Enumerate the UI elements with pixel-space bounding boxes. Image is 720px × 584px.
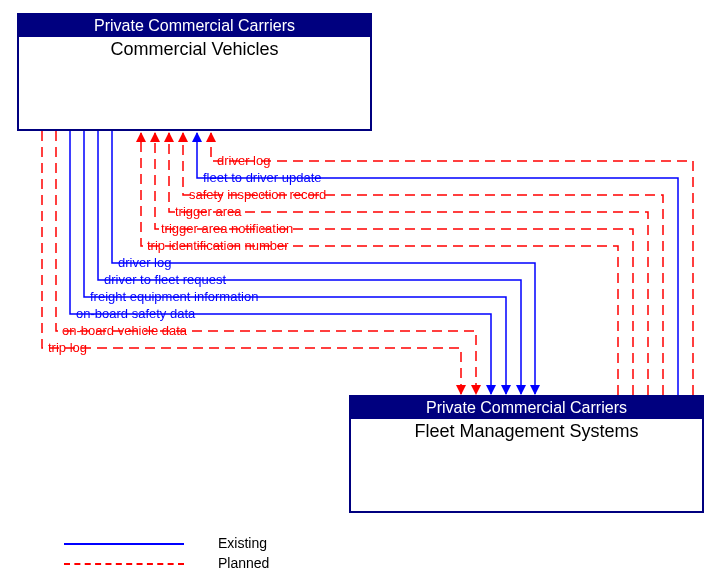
flow-label: on-board vehicle data [62,323,188,338]
flow-diagram-svg: driver log fleet to driver update safety… [0,0,720,584]
flow-label: fleet to driver update [203,170,322,185]
flow-label: on-board safety data [76,306,196,321]
flow-label: driver log [118,255,171,270]
flow-label: driver log [217,153,270,168]
legend-label-existing: Existing [218,535,267,551]
flow-label: safety inspection record [189,187,326,202]
legend-line-existing [64,543,184,545]
flow-label: trip identification number [147,238,289,253]
flow-label: driver to fleet request [104,272,227,287]
legend-label-planned: Planned [218,555,269,571]
legend-line-planned [64,563,184,565]
flow-label: trip log [48,340,87,355]
flow-label: freight equipment information [90,289,258,304]
flow-label: trigger area [175,204,242,219]
flow-driver-log-existing [112,131,535,394]
flow-label: trigger area notification [161,221,293,236]
